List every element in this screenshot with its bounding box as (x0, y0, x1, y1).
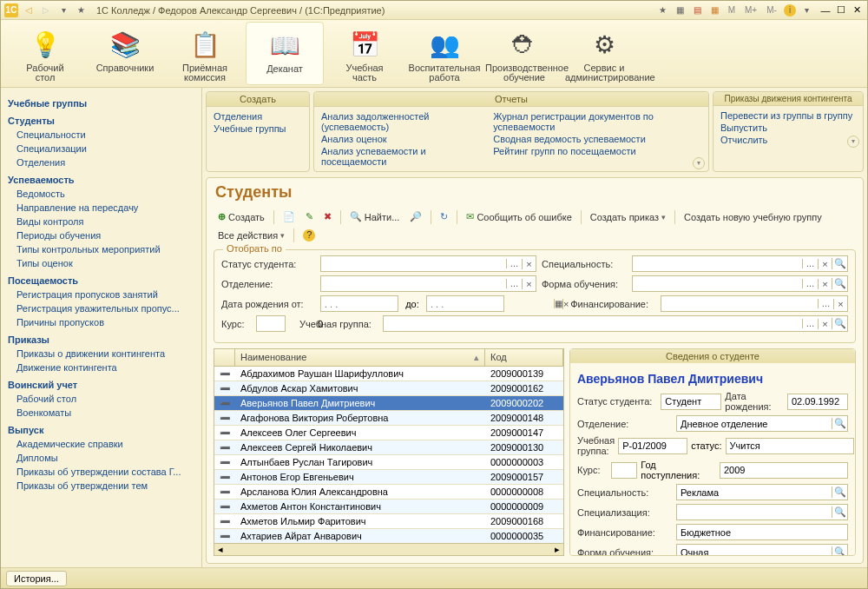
sidebar-item[interactable]: Специальности (4, 128, 198, 142)
lookup-icon[interactable]: … (802, 259, 818, 268)
lookup-icon[interactable]: … (802, 279, 818, 288)
fund-field[interactable] (676, 524, 848, 540)
sidebar-item[interactable]: Регистрация пропусков занятий (4, 288, 198, 301)
copy-button[interactable]: 📄 (279, 208, 299, 225)
panel-link[interactable]: Отчислить (720, 134, 856, 146)
status-input[interactable]: …× (320, 255, 536, 272)
sidebar-section[interactable]: Успеваемость (4, 169, 198, 187)
sidebar-item[interactable]: Академические справки (4, 437, 198, 451)
ribbon-6[interactable]: ⛑Производственное обучение (485, 22, 563, 85)
lookup-icon[interactable]: … (506, 279, 522, 288)
create-order-button[interactable]: Создать приказ (586, 209, 670, 225)
h-scrollbar[interactable]: ◂▸ (214, 543, 563, 555)
expand-icon[interactable]: ▾ (693, 157, 705, 169)
panel-link[interactable]: Журнал регистрации документов по успевае… (493, 110, 684, 133)
table-row[interactable]: ➖Алтынбаев Руслан Тагирович0000000003 (214, 455, 563, 470)
col-name[interactable]: Наименование ▴ (235, 349, 485, 366)
course-field[interactable] (611, 462, 637, 479)
gstatus-field[interactable] (726, 438, 854, 454)
sidebar-item[interactable]: Отделения (4, 156, 198, 169)
panel-link[interactable]: Анализ успеваемости и посещаемости (321, 145, 476, 168)
lookup-icon[interactable]: … (506, 259, 522, 268)
spec-input[interactable]: …×🔍 (632, 255, 848, 272)
col-code[interactable]: Код (485, 349, 563, 366)
report-bug-button[interactable]: ✉Сообщить об ошибке (462, 208, 575, 225)
nav-fwd-icon[interactable]: ▷ (39, 3, 53, 17)
clear-icon[interactable]: × (522, 279, 536, 289)
table-row[interactable]: ➖Аверьянов Павел Дмитриевич2009000202 (214, 396, 563, 411)
sidebar-section[interactable]: Приказы (4, 329, 198, 347)
sidebar-section[interactable]: Учебные группы (4, 93, 198, 110)
table-row[interactable]: ➖Ахметов Антон Константинович0000000009 (214, 500, 563, 514)
dropdown2-icon[interactable]: ▾ (799, 3, 813, 17)
ribbon-2[interactable]: 📋Приёмная комиссия (166, 22, 244, 85)
history-button[interactable]: История... (6, 571, 67, 586)
ribbon-5[interactable]: 👥Воспитательная работа (405, 22, 483, 85)
delete-button[interactable]: ✖ (319, 208, 336, 225)
calc-icon[interactable]: ▦ (707, 3, 721, 17)
search-icon[interactable]: 🔍 (832, 418, 847, 429)
mplus-btn[interactable]: M+ (742, 3, 760, 17)
sidebar-item[interactable]: Типы оценок (4, 256, 198, 270)
panel-link[interactable]: Анализ задолженностей (успеваемость) (321, 110, 476, 133)
minimize-button[interactable]: — (819, 3, 832, 17)
sidebar-item[interactable]: Периоды обучения (4, 228, 198, 242)
clear-icon[interactable]: × (818, 279, 832, 289)
table-row[interactable]: ➖Арсланова Юлия Александровна0000000008 (214, 485, 563, 500)
lookup-icon[interactable]: … (802, 319, 818, 328)
sidebar-item[interactable]: Специализации (4, 142, 198, 156)
sidebar-item[interactable]: Приказы об утверждении тем (4, 479, 198, 493)
table-row[interactable]: ➖Агафонова Виктория Робертовна2009000148 (214, 411, 563, 426)
clear-icon[interactable]: × (833, 299, 847, 309)
ribbon-1[interactable]: 📚Справочники (86, 22, 164, 85)
course-input[interactable]: ▴▾ (256, 315, 286, 332)
sidebar-item[interactable]: Типы контрольных мероприятий (4, 242, 198, 256)
search-icon[interactable]: 🔍 (832, 486, 847, 498)
spec-field[interactable]: 🔍 (676, 484, 848, 500)
panel-link[interactable]: Отделения (214, 110, 302, 122)
specn-field[interactable]: 🔍 (676, 504, 848, 520)
sidebar-item[interactable]: Регистрация уважительных пропус... (4, 301, 198, 315)
panel-link[interactable]: Учебные группы (214, 122, 302, 135)
sidebar-item[interactable]: Ведомость (4, 187, 198, 201)
search-icon[interactable]: 🔍 (832, 546, 847, 556)
clear-icon[interactable]: × (818, 259, 832, 269)
year-field[interactable] (720, 462, 848, 479)
info-icon[interactable]: i (784, 4, 796, 17)
group-field[interactable]: 🔍 (618, 438, 687, 454)
panel-link[interactable]: Перевести из группы в группу (720, 109, 856, 122)
birth-to-input[interactable]: ▦× (426, 295, 504, 312)
dept-field[interactable]: 🔍 (676, 415, 848, 432)
find-button[interactable]: 🔍Найти... (345, 208, 404, 225)
search-icon[interactable]: 🔍 (832, 506, 847, 518)
table-row[interactable]: ➖Антонов Егор Евгеньевич2009000157 (214, 470, 563, 485)
edit-button[interactable]: ✎ (301, 208, 318, 225)
sidebar-item[interactable]: Виды контроля (4, 215, 198, 228)
birth-field[interactable] (787, 394, 848, 410)
table-row[interactable]: ➖Абдулов Аскар Хамитович2009000162 (214, 381, 563, 396)
sidebar-item[interactable]: Движение контингента (4, 361, 198, 374)
grid-icon[interactable]: ▦ (673, 3, 687, 17)
sidebar-item[interactable]: Дипломы (4, 451, 198, 465)
close-button[interactable]: ✕ (850, 3, 864, 17)
sidebar-item[interactable]: Приказы об утверждении состава Г... (4, 465, 198, 479)
clear-icon[interactable]: × (562, 299, 569, 309)
mminus-btn[interactable]: M- (763, 3, 780, 17)
search-icon[interactable]: 🔍 (832, 258, 847, 269)
lookup-icon[interactable]: … (818, 299, 833, 308)
table-row[interactable]: ➖Алексеев Олег Сергеевич2009000147 (214, 426, 563, 440)
ribbon-3[interactable]: 📖Деканат (246, 22, 324, 85)
panel-link[interactable]: Рейтинг групп по посещаемости (493, 145, 684, 157)
calendar-icon[interactable]: ▦ (554, 299, 562, 308)
sidebar-item[interactable]: Причины пропусков (4, 315, 198, 329)
funding-input[interactable]: …× (661, 295, 848, 312)
dept-input[interactable]: …× (320, 275, 536, 292)
sidebar-item[interactable]: Приказы о движении контингента (4, 347, 198, 361)
sidebar-section[interactable]: Посещаемость (4, 270, 198, 288)
sidebar-item[interactable]: Рабочий стол (4, 392, 198, 406)
table-row[interactable]: ➖Ахметов Ильмир Фаритович2009000168 (214, 514, 563, 529)
help-button[interactable]: ? (299, 227, 319, 244)
panel-link[interactable]: Выпустить (720, 122, 856, 134)
search-icon[interactable]: 🔍 (832, 278, 847, 289)
panel-link[interactable]: Сводная ведомость успеваемости (493, 133, 684, 145)
